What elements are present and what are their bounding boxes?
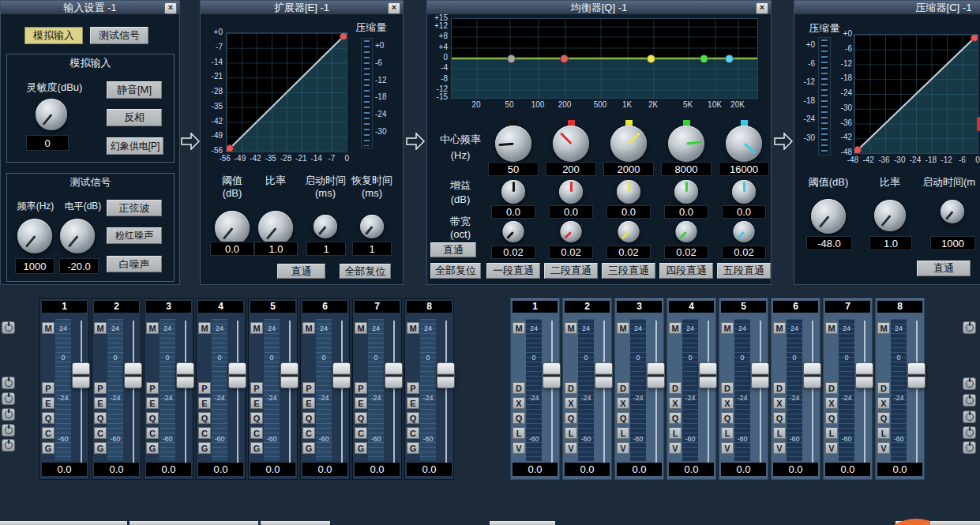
process-button[interactable]: X xyxy=(825,397,838,409)
process-button[interactable]: V xyxy=(669,442,681,454)
process-button[interactable]: L xyxy=(513,427,525,439)
process-button[interactable]: P xyxy=(407,382,419,394)
bandwidth-knob[interactable] xyxy=(676,221,697,242)
process-button[interactable]: Q xyxy=(773,412,786,424)
process-button[interactable]: E xyxy=(94,397,107,409)
process-button[interactable]: Q xyxy=(617,412,629,424)
process-button[interactable]: P xyxy=(94,382,107,394)
threshold-knob[interactable] xyxy=(215,211,250,246)
fader-handle[interactable] xyxy=(647,362,665,388)
freq-knob[interactable] xyxy=(668,126,704,162)
fader-handle[interactable] xyxy=(228,362,246,388)
panel-titlebar[interactable]: 压缩器[C] -1 × xyxy=(794,1,980,15)
process-button[interactable]: Q xyxy=(198,412,211,424)
process-button[interactable]: D xyxy=(773,382,786,394)
fader-handle[interactable] xyxy=(699,362,717,388)
process-button[interactable]: X xyxy=(513,397,525,409)
channel-power-button[interactable] xyxy=(2,321,15,334)
fader-handle[interactable] xyxy=(124,362,142,388)
process-button[interactable]: G xyxy=(94,442,107,454)
mute-button[interactable]: M xyxy=(617,322,629,334)
freq-knob[interactable] xyxy=(726,126,762,162)
phantom-power-button[interactable]: 幻象供电[P] xyxy=(107,137,163,155)
attack-knob[interactable] xyxy=(941,200,964,223)
process-button[interactable]: C xyxy=(94,427,107,439)
fader-handle[interactable] xyxy=(72,362,90,388)
fader-handle[interactable] xyxy=(543,362,561,388)
process-button[interactable]: C xyxy=(302,427,315,439)
fader-handle[interactable] xyxy=(907,362,926,388)
band-bypass-button[interactable]: 五段直通 xyxy=(717,263,771,279)
mute-button[interactable]: M xyxy=(146,322,159,334)
process-button[interactable]: L xyxy=(721,427,734,439)
process-button[interactable]: E xyxy=(302,397,315,409)
process-button[interactable]: Q xyxy=(94,412,107,424)
process-button[interactable]: C xyxy=(42,427,54,439)
process-button[interactable]: V xyxy=(721,442,734,454)
process-button[interactable]: P xyxy=(146,382,159,394)
process-button[interactable]: X xyxy=(773,397,786,409)
close-icon[interactable]: × xyxy=(756,2,768,14)
fader-handle[interactable] xyxy=(385,362,403,388)
process-button[interactable]: P xyxy=(42,382,54,394)
process-button[interactable]: V xyxy=(513,442,525,454)
process-button[interactable]: P xyxy=(250,382,263,394)
close-icon[interactable]: × xyxy=(164,2,177,14)
process-button[interactable]: G xyxy=(407,442,419,454)
eq-point-band5[interactable] xyxy=(725,54,734,63)
process-button[interactable]: L xyxy=(617,427,629,439)
fader-handle[interactable] xyxy=(855,362,873,388)
invert-button[interactable]: 反相 xyxy=(107,109,162,126)
process-button[interactable]: D xyxy=(669,382,681,394)
eq-point-band2[interactable] xyxy=(560,54,569,63)
process-button[interactable]: C xyxy=(146,427,159,439)
release-knob[interactable] xyxy=(360,215,384,238)
mute-button[interactable]: 静音[M] xyxy=(107,81,162,99)
process-button[interactable]: D xyxy=(825,382,838,394)
panel-titlebar[interactable]: 输入设置 -1 × xyxy=(1,1,179,15)
pink-noise-button[interactable]: 粉红噪声 xyxy=(107,227,162,244)
gain-knob[interactable] xyxy=(732,180,756,204)
channel-power-button[interactable] xyxy=(2,439,15,452)
mute-button[interactable]: M xyxy=(302,322,315,334)
process-button[interactable]: G xyxy=(250,442,263,454)
band-bypass-button[interactable]: 二段直通 xyxy=(544,263,598,279)
channel-power-button[interactable] xyxy=(963,426,976,439)
process-button[interactable]: X xyxy=(617,397,629,409)
process-button[interactable]: E xyxy=(146,397,159,409)
process-button[interactable]: G xyxy=(302,442,315,454)
white-noise-button[interactable]: 白噪声 xyxy=(107,256,162,272)
panel-titlebar[interactable]: 扩展器[E] -1 × xyxy=(201,1,403,15)
mute-button[interactable]: M xyxy=(721,322,734,334)
close-icon[interactable]: × xyxy=(388,2,400,14)
process-button[interactable]: E xyxy=(355,397,367,409)
process-button[interactable]: Q xyxy=(721,412,734,424)
process-button[interactable]: V xyxy=(773,442,786,454)
freq-knob[interactable] xyxy=(610,126,647,162)
reset-all-button[interactable]: 全部复位 xyxy=(340,264,391,279)
process-button[interactable]: Q xyxy=(42,412,54,424)
process-button[interactable]: V xyxy=(617,442,629,454)
fader-handle[interactable] xyxy=(751,362,769,388)
mute-button[interactable]: M xyxy=(250,322,263,334)
process-button[interactable]: G xyxy=(355,442,367,454)
process-button[interactable]: V xyxy=(565,442,577,454)
process-button[interactable]: Q xyxy=(302,412,315,424)
mute-button[interactable]: M xyxy=(198,322,211,334)
process-button[interactable]: L xyxy=(773,427,786,439)
fader-handle[interactable] xyxy=(176,362,194,388)
process-button[interactable]: G xyxy=(42,442,54,454)
process-button[interactable]: V xyxy=(877,442,890,454)
process-button[interactable]: X xyxy=(565,397,577,409)
bypass-button[interactable]: 直通 xyxy=(430,242,476,257)
bandwidth-knob[interactable] xyxy=(734,221,755,242)
process-button[interactable]: X xyxy=(721,397,734,409)
band-bypass-button[interactable]: 三段直通 xyxy=(602,263,655,279)
attack-knob[interactable] xyxy=(314,215,337,238)
process-button[interactable]: L xyxy=(565,427,577,439)
curve-endpoint[interactable] xyxy=(854,147,862,154)
process-button[interactable]: C xyxy=(250,427,263,439)
process-button[interactable]: D xyxy=(721,382,734,394)
transfer-curve-graph[interactable] xyxy=(854,34,978,154)
process-button[interactable]: E xyxy=(198,397,211,409)
